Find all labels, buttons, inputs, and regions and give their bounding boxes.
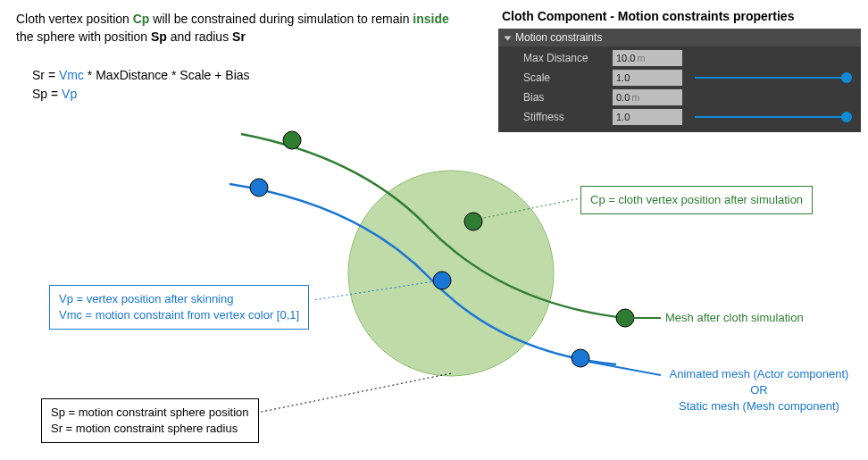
- label-animated-mesh: Animated mesh (Actor component) OR Stati…: [665, 366, 853, 415]
- txt: Cp = cloth vertex position after simulat…: [590, 192, 803, 208]
- green-dot-start: [283, 131, 301, 149]
- txt: Vmc = motion constraint from vertex colo…: [59, 307, 299, 323]
- legend-vp: Vp = vertex position after skinning Vmc …: [49, 285, 309, 330]
- line-animated: [588, 362, 661, 375]
- txt: Sp = motion constraint sphere position: [51, 405, 249, 421]
- txt: Static mesh (Mesh component): [665, 398, 853, 414]
- green-dot-end: [616, 309, 634, 327]
- txt: Animated mesh (Actor component): [665, 366, 853, 382]
- legend-sp-sr: Sp = motion constraint sphere position S…: [41, 398, 259, 443]
- txt: Vp = vertex position after skinning: [59, 291, 299, 307]
- label-mesh-after: Mesh after cloth simulation: [665, 311, 804, 324]
- constraint-sphere: [348, 171, 554, 376]
- txt: Sr = motion constraint sphere radius: [51, 421, 249, 437]
- green-dot-cp: [464, 213, 482, 230]
- dash-sphere: [257, 373, 451, 413]
- blue-dot-start: [250, 179, 268, 197]
- blue-dot-end: [572, 349, 589, 367]
- blue-dot-vp: [433, 272, 451, 289]
- legend-cp: Cp = cloth vertex position after simulat…: [580, 186, 813, 214]
- txt: OR: [665, 382, 853, 398]
